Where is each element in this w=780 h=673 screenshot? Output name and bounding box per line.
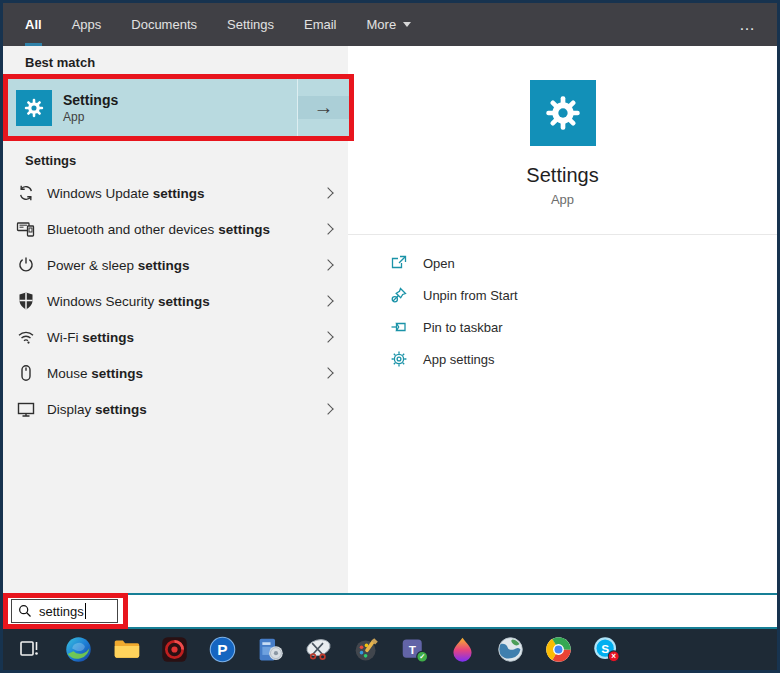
pin-icon xyxy=(390,318,408,336)
result-keyword: settings xyxy=(95,402,147,417)
result-bluetooth-settings[interactable]: Bluetooth and other devicessettings xyxy=(3,211,348,247)
search-icon xyxy=(18,604,32,618)
paint-icon[interactable] xyxy=(352,635,381,664)
chevron-right-icon xyxy=(322,187,333,198)
edge-icon[interactable] xyxy=(64,635,93,664)
annotation-box-search: settings xyxy=(3,593,128,629)
tab-email[interactable]: Email xyxy=(304,3,337,46)
color-droplet-icon[interactable] xyxy=(448,635,477,664)
more-options-button[interactable]: … xyxy=(739,3,757,46)
paypal-letter: P xyxy=(217,641,227,658)
ellipsis-icon: … xyxy=(739,16,757,34)
chevron-right-icon xyxy=(322,259,333,270)
search-filter-bar: All Apps Documents Settings Email More … xyxy=(3,3,777,46)
monitor-icon xyxy=(16,399,36,419)
arrow-right-icon: → xyxy=(314,96,334,119)
tab-documents-label: Documents xyxy=(131,17,197,32)
result-label: Wi-Fisettings xyxy=(47,330,134,345)
search-query-text: settings xyxy=(39,604,84,619)
best-match-text: Settings App xyxy=(63,92,118,124)
result-display-settings[interactable]: Displaysettings xyxy=(3,391,348,427)
software-box-icon[interactable] xyxy=(256,635,285,664)
shield-icon xyxy=(16,291,36,311)
chrome-icon[interactable] xyxy=(544,635,573,664)
chevron-right-icon xyxy=(322,223,333,234)
search-results-area: Best match Settings Windows Updatesettin… xyxy=(3,46,777,593)
action-label: Unpin from Start xyxy=(423,288,518,303)
result-keyword: settings xyxy=(158,294,210,309)
app-settings-icon xyxy=(390,350,408,368)
result-label: Power & sleepsettings xyxy=(47,258,190,273)
tab-email-label: Email xyxy=(304,17,337,32)
result-text: Mouse xyxy=(47,366,88,381)
tab-all-label: All xyxy=(25,17,42,32)
search-bar[interactable]: settings xyxy=(3,593,777,629)
teams-icon[interactable]: T✓ xyxy=(400,635,429,664)
action-app-settings[interactable]: App settings xyxy=(390,343,777,375)
tab-all[interactable]: All xyxy=(25,3,42,46)
gear-icon xyxy=(543,93,583,133)
wifi-icon xyxy=(16,327,36,347)
action-label: Open xyxy=(423,256,455,271)
result-keyword: settings xyxy=(82,330,134,345)
annotation-box-best-match: Settings App → xyxy=(3,74,354,141)
chevron-right-icon xyxy=(322,403,333,414)
action-open[interactable]: Open xyxy=(390,247,777,279)
search-window: All Apps Documents Settings Email More …… xyxy=(0,0,780,673)
result-windows-update-settings[interactable]: Windows Updatesettings xyxy=(3,175,348,211)
gear-icon xyxy=(23,97,45,119)
globe-icon[interactable] xyxy=(496,635,525,664)
tab-more-label: More xyxy=(367,17,397,32)
media-app-icon[interactable] xyxy=(160,635,189,664)
action-unpin-from-start[interactable]: Unpin from Start xyxy=(390,279,777,311)
chevron-right-icon xyxy=(322,367,333,378)
best-match-result[interactable]: Settings App → xyxy=(8,79,349,136)
tab-apps[interactable]: Apps xyxy=(72,3,102,46)
preview-panel: Settings App Open Unpin from Start Pin t… xyxy=(348,46,777,593)
snipping-tool-icon[interactable] xyxy=(304,635,333,664)
skype-icon[interactable]: S× xyxy=(592,635,621,664)
result-windows-security-settings[interactable]: Windows Securitysettings xyxy=(3,283,348,319)
teams-letter: T xyxy=(409,643,417,656)
tab-settings[interactable]: Settings xyxy=(227,3,274,46)
unpin-icon xyxy=(390,286,408,304)
paypal-icon[interactable]: P xyxy=(208,635,237,664)
result-label: Bluetooth and other devicessettings xyxy=(47,222,270,237)
result-keyword: settings xyxy=(153,186,205,201)
chevron-right-icon xyxy=(322,331,333,342)
preview-app-title: Settings xyxy=(348,164,777,187)
result-text: Display xyxy=(47,402,91,417)
power-icon xyxy=(16,255,36,275)
result-text: Wi-Fi xyxy=(47,330,78,345)
skype-letter: S xyxy=(601,642,609,655)
best-match-title: Settings xyxy=(63,92,118,108)
tab-more[interactable]: More xyxy=(367,3,412,46)
result-wifi-settings[interactable]: Wi-Fisettings xyxy=(3,319,348,355)
result-label: Displaysettings xyxy=(47,402,147,417)
result-text: Power & sleep xyxy=(47,258,134,273)
settings-results-list: Windows Updatesettings Bluetooth and oth… xyxy=(3,175,348,427)
tab-documents[interactable]: Documents xyxy=(131,3,197,46)
taskbar: P T✓ S× xyxy=(3,629,777,670)
task-view-icon[interactable] xyxy=(16,635,45,664)
action-label: Pin to taskbar xyxy=(423,320,503,335)
expand-arrow-button[interactable]: → xyxy=(298,96,349,119)
preview-app-subtitle: App xyxy=(348,192,777,207)
result-text: Windows Security xyxy=(47,294,154,309)
action-pin-to-taskbar[interactable]: Pin to taskbar xyxy=(390,311,777,343)
check-icon: ✓ xyxy=(419,652,425,661)
settings-section-header: Settings xyxy=(25,153,76,168)
action-label: App settings xyxy=(423,352,495,367)
search-input[interactable]: settings xyxy=(11,599,118,623)
file-explorer-icon[interactable] xyxy=(112,635,141,664)
result-mouse-settings[interactable]: Mousesettings xyxy=(3,355,348,391)
mouse-icon xyxy=(16,363,36,383)
tab-apps-label: Apps xyxy=(72,17,102,32)
chevron-right-icon xyxy=(322,295,333,306)
open-icon xyxy=(390,254,408,272)
result-keyword: settings xyxy=(138,258,190,273)
result-power-sleep-settings[interactable]: Power & sleepsettings xyxy=(3,247,348,283)
result-text: Bluetooth and other devices xyxy=(47,222,214,237)
offline-badge: × xyxy=(611,652,616,661)
sync-icon xyxy=(16,183,36,203)
